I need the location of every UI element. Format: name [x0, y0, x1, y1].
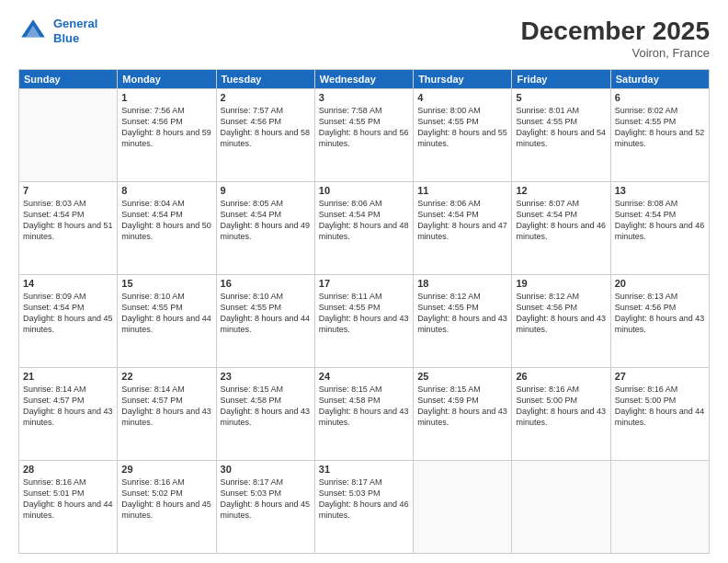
logo-text: General Blue — [53, 17, 97, 45]
cell-info: Sunrise: 8:04 AMSunset: 4:54 PMDaylight:… — [121, 198, 211, 243]
table-row: 8Sunrise: 8:04 AMSunset: 4:54 PMDaylight… — [118, 182, 216, 275]
table-row: 15Sunrise: 8:10 AMSunset: 4:55 PMDayligh… — [118, 275, 216, 368]
day-number: 22 — [121, 371, 211, 382]
table-row — [414, 461, 512, 554]
col-wednesday: Wednesday — [314, 70, 413, 89]
day-number: 7 — [23, 185, 113, 196]
cell-info: Sunrise: 8:15 AMSunset: 4:58 PMDaylight:… — [319, 384, 409, 429]
calendar-header-row: Sunday Monday Tuesday Wednesday Thursday… — [19, 70, 710, 89]
cell-info: Sunrise: 8:14 AMSunset: 4:57 PMDaylight:… — [121, 384, 211, 429]
day-number: 5 — [516, 92, 606, 103]
col-thursday: Thursday — [414, 70, 512, 89]
month-title: December 2025 — [521, 17, 710, 46]
day-number: 13 — [615, 185, 705, 196]
table-row: 27Sunrise: 8:16 AMSunset: 5:00 PMDayligh… — [610, 368, 709, 461]
table-row: 23Sunrise: 8:15 AMSunset: 4:58 PMDayligh… — [216, 368, 314, 461]
day-number: 16 — [221, 278, 311, 289]
cell-info: Sunrise: 7:56 AMSunset: 4:56 PMDaylight:… — [121, 105, 211, 150]
cell-info: Sunrise: 8:00 AMSunset: 4:55 PMDaylight:… — [417, 105, 507, 150]
table-row: 31Sunrise: 8:17 AMSunset: 5:03 PMDayligh… — [314, 461, 413, 554]
table-row: 19Sunrise: 8:12 AMSunset: 4:56 PMDayligh… — [512, 275, 610, 368]
cell-info: Sunrise: 8:01 AMSunset: 4:55 PMDaylight:… — [516, 105, 606, 150]
page: General Blue December 2025 Voiron, Franc… — [0, 0, 728, 563]
table-row: 6Sunrise: 8:02 AMSunset: 4:55 PMDaylight… — [610, 89, 709, 182]
day-number: 14 — [23, 278, 113, 289]
table-row: 29Sunrise: 8:16 AMSunset: 5:02 PMDayligh… — [118, 461, 216, 554]
day-number: 31 — [319, 464, 409, 475]
col-tuesday: Tuesday — [216, 70, 314, 89]
table-row: 12Sunrise: 8:07 AMSunset: 4:54 PMDayligh… — [512, 182, 610, 275]
table-row: 28Sunrise: 8:16 AMSunset: 5:01 PMDayligh… — [19, 461, 118, 554]
cell-info: Sunrise: 8:15 AMSunset: 4:59 PMDaylight:… — [417, 384, 507, 429]
logo-icon — [18, 17, 48, 46]
cell-info: Sunrise: 8:05 AMSunset: 4:54 PMDaylight:… — [221, 198, 311, 243]
day-number: 11 — [417, 185, 507, 196]
calendar-week-row: 21Sunrise: 8:14 AMSunset: 4:57 PMDayligh… — [19, 368, 710, 461]
cell-info: Sunrise: 8:17 AMSunset: 5:03 PMDaylight:… — [221, 477, 311, 522]
col-sunday: Sunday — [19, 70, 118, 89]
cell-info: Sunrise: 8:06 AMSunset: 4:54 PMDaylight:… — [417, 198, 507, 243]
calendar-week-row: 14Sunrise: 8:09 AMSunset: 4:54 PMDayligh… — [19, 275, 710, 368]
day-number: 2 — [221, 92, 311, 103]
day-number: 17 — [319, 278, 409, 289]
cell-info: Sunrise: 8:16 AMSunset: 5:01 PMDaylight:… — [23, 477, 113, 522]
table-row: 5Sunrise: 8:01 AMSunset: 4:55 PMDaylight… — [512, 89, 610, 182]
table-row — [610, 461, 709, 554]
table-row: 10Sunrise: 8:06 AMSunset: 4:54 PMDayligh… — [314, 182, 413, 275]
day-number: 19 — [516, 278, 606, 289]
day-number: 30 — [221, 464, 311, 475]
logo: General Blue — [18, 17, 97, 46]
cell-info: Sunrise: 8:13 AMSunset: 4:56 PMDaylight:… — [615, 291, 705, 336]
cell-info: Sunrise: 8:06 AMSunset: 4:54 PMDaylight:… — [319, 198, 409, 243]
cell-info: Sunrise: 8:10 AMSunset: 4:55 PMDaylight:… — [221, 291, 311, 336]
cell-info: Sunrise: 8:12 AMSunset: 4:56 PMDaylight:… — [516, 291, 606, 336]
day-number: 10 — [319, 185, 409, 196]
cell-info: Sunrise: 8:02 AMSunset: 4:55 PMDaylight:… — [615, 105, 705, 150]
table-row: 7Sunrise: 8:03 AMSunset: 4:54 PMDaylight… — [19, 182, 118, 275]
table-row: 4Sunrise: 8:00 AMSunset: 4:55 PMDaylight… — [414, 89, 512, 182]
table-row: 2Sunrise: 7:57 AMSunset: 4:56 PMDaylight… — [216, 89, 314, 182]
table-row: 17Sunrise: 8:11 AMSunset: 4:55 PMDayligh… — [314, 275, 413, 368]
day-number: 20 — [615, 278, 705, 289]
table-row: 16Sunrise: 8:10 AMSunset: 4:55 PMDayligh… — [216, 275, 314, 368]
cell-info: Sunrise: 8:16 AMSunset: 5:02 PMDaylight:… — [121, 477, 211, 522]
table-row: 21Sunrise: 8:14 AMSunset: 4:57 PMDayligh… — [19, 368, 118, 461]
cell-info: Sunrise: 8:14 AMSunset: 4:57 PMDaylight:… — [23, 384, 113, 429]
day-number: 4 — [417, 92, 507, 103]
logo-general: General — [53, 17, 97, 30]
day-number: 15 — [121, 278, 211, 289]
cell-info: Sunrise: 8:17 AMSunset: 5:03 PMDaylight:… — [319, 477, 409, 522]
day-number: 21 — [23, 371, 113, 382]
day-number: 29 — [121, 464, 211, 475]
cell-info: Sunrise: 8:10 AMSunset: 4:55 PMDaylight:… — [121, 291, 211, 336]
table-row: 14Sunrise: 8:09 AMSunset: 4:54 PMDayligh… — [19, 275, 118, 368]
table-row: 3Sunrise: 7:58 AMSunset: 4:55 PMDaylight… — [314, 89, 413, 182]
table-row: 18Sunrise: 8:12 AMSunset: 4:55 PMDayligh… — [414, 275, 512, 368]
cell-info: Sunrise: 8:16 AMSunset: 5:00 PMDaylight:… — [615, 384, 705, 429]
day-number: 24 — [319, 371, 409, 382]
cell-info: Sunrise: 8:15 AMSunset: 4:58 PMDaylight:… — [221, 384, 311, 429]
cell-info: Sunrise: 8:09 AMSunset: 4:54 PMDaylight:… — [23, 291, 113, 336]
table-row: 9Sunrise: 8:05 AMSunset: 4:54 PMDaylight… — [216, 182, 314, 275]
day-number: 6 — [615, 92, 705, 103]
table-row: 22Sunrise: 8:14 AMSunset: 4:57 PMDayligh… — [118, 368, 216, 461]
calendar-week-row: 1Sunrise: 7:56 AMSunset: 4:56 PMDaylight… — [19, 89, 710, 182]
calendar-week-row: 7Sunrise: 8:03 AMSunset: 4:54 PMDaylight… — [19, 182, 710, 275]
table-row: 24Sunrise: 8:15 AMSunset: 4:58 PMDayligh… — [314, 368, 413, 461]
day-number: 1 — [121, 92, 211, 103]
table-row — [512, 461, 610, 554]
day-number: 8 — [121, 185, 211, 196]
title-block: December 2025 Voiron, France — [521, 17, 710, 60]
day-number: 3 — [319, 92, 409, 103]
table-row: 13Sunrise: 8:08 AMSunset: 4:54 PMDayligh… — [610, 182, 709, 275]
cell-info: Sunrise: 8:03 AMSunset: 4:54 PMDaylight:… — [23, 198, 113, 243]
col-saturday: Saturday — [610, 70, 709, 89]
cell-info: Sunrise: 7:58 AMSunset: 4:55 PMDaylight:… — [319, 105, 409, 150]
day-number: 28 — [23, 464, 113, 475]
col-friday: Friday — [512, 70, 610, 89]
day-number: 23 — [221, 371, 311, 382]
day-number: 25 — [417, 371, 507, 382]
cell-info: Sunrise: 7:57 AMSunset: 4:56 PMDaylight:… — [221, 105, 311, 150]
cell-info: Sunrise: 8:16 AMSunset: 5:00 PMDaylight:… — [516, 384, 606, 429]
cell-info: Sunrise: 8:08 AMSunset: 4:54 PMDaylight:… — [615, 198, 705, 243]
